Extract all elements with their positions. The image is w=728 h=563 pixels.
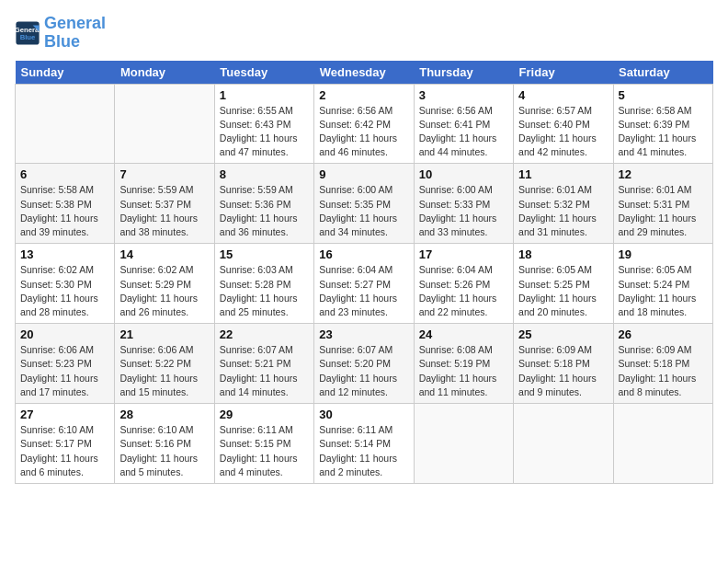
day-info: Sunrise: 6:10 AM Sunset: 5:17 PM Dayligh… bbox=[20, 423, 109, 479]
calendar-cell: 26Sunrise: 6:09 AM Sunset: 5:18 PM Dayli… bbox=[613, 324, 712, 404]
day-info: Sunrise: 6:07 AM Sunset: 5:21 PM Dayligh… bbox=[220, 343, 309, 399]
calendar-week-row: 1Sunrise: 6:55 AM Sunset: 6:43 PM Daylig… bbox=[16, 84, 713, 164]
day-info: Sunrise: 6:00 AM Sunset: 5:35 PM Dayligh… bbox=[319, 183, 408, 239]
day-number: 6 bbox=[20, 167, 109, 181]
day-number: 11 bbox=[518, 167, 608, 181]
day-number: 24 bbox=[419, 327, 508, 341]
calendar-cell: 13Sunrise: 6:02 AM Sunset: 5:30 PM Dayli… bbox=[16, 244, 115, 324]
calendar-cell: 20Sunrise: 6:06 AM Sunset: 5:23 PM Dayli… bbox=[16, 324, 115, 404]
day-number: 18 bbox=[518, 247, 608, 261]
day-info: Sunrise: 6:02 AM Sunset: 5:30 PM Dayligh… bbox=[20, 263, 109, 319]
logo: General Blue GeneralBlue bbox=[15, 15, 106, 52]
day-number: 26 bbox=[619, 327, 708, 341]
day-number: 5 bbox=[619, 88, 708, 102]
calendar-week-row: 27Sunrise: 6:10 AM Sunset: 5:17 PM Dayli… bbox=[16, 404, 713, 484]
day-info: Sunrise: 6:56 AM Sunset: 6:41 PM Dayligh… bbox=[419, 104, 508, 160]
calendar-cell: 27Sunrise: 6:10 AM Sunset: 5:17 PM Dayli… bbox=[16, 404, 115, 484]
day-header-thursday: Thursday bbox=[414, 61, 513, 85]
calendar-cell: 7Sunrise: 5:59 AM Sunset: 5:37 PM Daylig… bbox=[115, 164, 214, 244]
day-header-saturday: Saturday bbox=[613, 61, 712, 85]
day-info: Sunrise: 6:09 AM Sunset: 5:18 PM Dayligh… bbox=[619, 343, 708, 399]
day-number: 23 bbox=[319, 327, 408, 341]
calendar-cell: 8Sunrise: 5:59 AM Sunset: 5:36 PM Daylig… bbox=[214, 164, 313, 244]
calendar-cell: 17Sunrise: 6:04 AM Sunset: 5:26 PM Dayli… bbox=[414, 244, 513, 324]
day-header-friday: Friday bbox=[514, 61, 613, 85]
day-number: 16 bbox=[319, 247, 408, 261]
calendar-cell: 29Sunrise: 6:11 AM Sunset: 5:15 PM Dayli… bbox=[214, 404, 313, 484]
day-number: 12 bbox=[619, 167, 708, 181]
calendar-cell: 4Sunrise: 6:57 AM Sunset: 6:40 PM Daylig… bbox=[514, 84, 613, 164]
day-info: Sunrise: 6:04 AM Sunset: 5:27 PM Dayligh… bbox=[319, 263, 408, 319]
calendar-week-row: 6Sunrise: 5:58 AM Sunset: 5:38 PM Daylig… bbox=[16, 164, 713, 244]
calendar-cell: 5Sunrise: 6:58 AM Sunset: 6:39 PM Daylig… bbox=[613, 84, 712, 164]
day-info: Sunrise: 6:00 AM Sunset: 5:33 PM Dayligh… bbox=[419, 183, 508, 239]
day-number: 7 bbox=[119, 167, 209, 181]
day-number: 22 bbox=[220, 327, 309, 341]
calendar-header-row: SundayMondayTuesdayWednesdayThursdayFrid… bbox=[16, 61, 713, 85]
day-info: Sunrise: 6:06 AM Sunset: 5:23 PM Dayligh… bbox=[20, 343, 109, 399]
day-info: Sunrise: 6:07 AM Sunset: 5:20 PM Dayligh… bbox=[319, 343, 408, 399]
logo-icon: General Blue bbox=[15, 20, 40, 46]
calendar-cell: 19Sunrise: 6:05 AM Sunset: 5:24 PM Dayli… bbox=[613, 244, 712, 324]
day-number: 15 bbox=[220, 247, 309, 261]
calendar-cell: 24Sunrise: 6:08 AM Sunset: 5:19 PM Dayli… bbox=[414, 324, 513, 404]
day-number: 28 bbox=[119, 408, 209, 421]
day-info: Sunrise: 6:06 AM Sunset: 5:22 PM Dayligh… bbox=[119, 343, 209, 399]
day-number: 10 bbox=[419, 167, 508, 181]
day-header-wednesday: Wednesday bbox=[314, 61, 414, 85]
day-info: Sunrise: 6:05 AM Sunset: 5:24 PM Dayligh… bbox=[619, 263, 708, 319]
calendar-cell: 18Sunrise: 6:05 AM Sunset: 5:25 PM Dayli… bbox=[514, 244, 613, 324]
day-info: Sunrise: 6:01 AM Sunset: 5:32 PM Dayligh… bbox=[518, 183, 608, 239]
day-info: Sunrise: 6:56 AM Sunset: 6:42 PM Dayligh… bbox=[319, 104, 408, 160]
svg-text:Blue: Blue bbox=[20, 33, 36, 41]
day-info: Sunrise: 6:03 AM Sunset: 5:28 PM Dayligh… bbox=[220, 263, 309, 319]
calendar-cell: 10Sunrise: 6:00 AM Sunset: 5:33 PM Dayli… bbox=[414, 164, 513, 244]
day-number: 25 bbox=[518, 327, 608, 341]
day-info: Sunrise: 6:08 AM Sunset: 5:19 PM Dayligh… bbox=[419, 343, 508, 399]
day-number: 30 bbox=[319, 408, 408, 421]
calendar-cell: 30Sunrise: 6:11 AM Sunset: 5:14 PM Dayli… bbox=[314, 404, 414, 484]
day-info: Sunrise: 6:58 AM Sunset: 6:39 PM Dayligh… bbox=[619, 104, 708, 160]
day-info: Sunrise: 5:58 AM Sunset: 5:38 PM Dayligh… bbox=[20, 183, 109, 239]
calendar-cell: 1Sunrise: 6:55 AM Sunset: 6:43 PM Daylig… bbox=[214, 84, 313, 164]
day-number: 19 bbox=[619, 247, 708, 261]
day-number: 2 bbox=[319, 88, 408, 102]
calendar-cell: 23Sunrise: 6:07 AM Sunset: 5:20 PM Dayli… bbox=[314, 324, 414, 404]
calendar-cell: 25Sunrise: 6:09 AM Sunset: 5:18 PM Dayli… bbox=[514, 324, 613, 404]
calendar-cell: 6Sunrise: 5:58 AM Sunset: 5:38 PM Daylig… bbox=[16, 164, 115, 244]
calendar-cell bbox=[514, 404, 613, 484]
day-info: Sunrise: 6:01 AM Sunset: 5:31 PM Dayligh… bbox=[619, 183, 708, 239]
day-info: Sunrise: 6:10 AM Sunset: 5:16 PM Dayligh… bbox=[119, 423, 209, 479]
calendar-cell: 22Sunrise: 6:07 AM Sunset: 5:21 PM Dayli… bbox=[214, 324, 313, 404]
day-header-tuesday: Tuesday bbox=[214, 61, 313, 85]
day-number: 4 bbox=[518, 88, 608, 102]
calendar-cell: 11Sunrise: 6:01 AM Sunset: 5:32 PM Dayli… bbox=[514, 164, 613, 244]
day-number: 21 bbox=[119, 327, 209, 341]
day-number: 27 bbox=[20, 408, 109, 421]
day-info: Sunrise: 6:05 AM Sunset: 5:25 PM Dayligh… bbox=[518, 263, 608, 319]
calendar-cell: 28Sunrise: 6:10 AM Sunset: 5:16 PM Dayli… bbox=[115, 404, 214, 484]
calendar-cell: 12Sunrise: 6:01 AM Sunset: 5:31 PM Dayli… bbox=[613, 164, 712, 244]
day-number: 3 bbox=[419, 88, 508, 102]
day-info: Sunrise: 6:55 AM Sunset: 6:43 PM Dayligh… bbox=[220, 104, 309, 160]
day-header-sunday: Sunday bbox=[16, 61, 115, 85]
logo-text: GeneralBlue bbox=[44, 15, 106, 52]
day-number: 13 bbox=[20, 247, 109, 261]
day-number: 8 bbox=[220, 167, 309, 181]
calendar-cell: 21Sunrise: 6:06 AM Sunset: 5:22 PM Dayli… bbox=[115, 324, 214, 404]
calendar-cell bbox=[414, 404, 513, 484]
calendar-week-row: 20Sunrise: 6:06 AM Sunset: 5:23 PM Dayli… bbox=[16, 324, 713, 404]
calendar-cell: 15Sunrise: 6:03 AM Sunset: 5:28 PM Dayli… bbox=[214, 244, 313, 324]
calendar-week-row: 13Sunrise: 6:02 AM Sunset: 5:30 PM Dayli… bbox=[16, 244, 713, 324]
day-info: Sunrise: 5:59 AM Sunset: 5:36 PM Dayligh… bbox=[220, 183, 309, 239]
calendar-cell: 14Sunrise: 6:02 AM Sunset: 5:29 PM Dayli… bbox=[115, 244, 214, 324]
calendar-cell: 2Sunrise: 6:56 AM Sunset: 6:42 PM Daylig… bbox=[314, 84, 414, 164]
day-number: 9 bbox=[319, 167, 408, 181]
calendar-table: SundayMondayTuesdayWednesdayThursdayFrid… bbox=[15, 61, 713, 484]
day-info: Sunrise: 6:11 AM Sunset: 5:14 PM Dayligh… bbox=[319, 423, 408, 479]
calendar-cell bbox=[115, 84, 214, 164]
calendar-cell bbox=[16, 84, 115, 164]
calendar-cell: 3Sunrise: 6:56 AM Sunset: 6:41 PM Daylig… bbox=[414, 84, 513, 164]
day-info: Sunrise: 5:59 AM Sunset: 5:37 PM Dayligh… bbox=[119, 183, 209, 239]
calendar-cell: 9Sunrise: 6:00 AM Sunset: 5:35 PM Daylig… bbox=[314, 164, 414, 244]
